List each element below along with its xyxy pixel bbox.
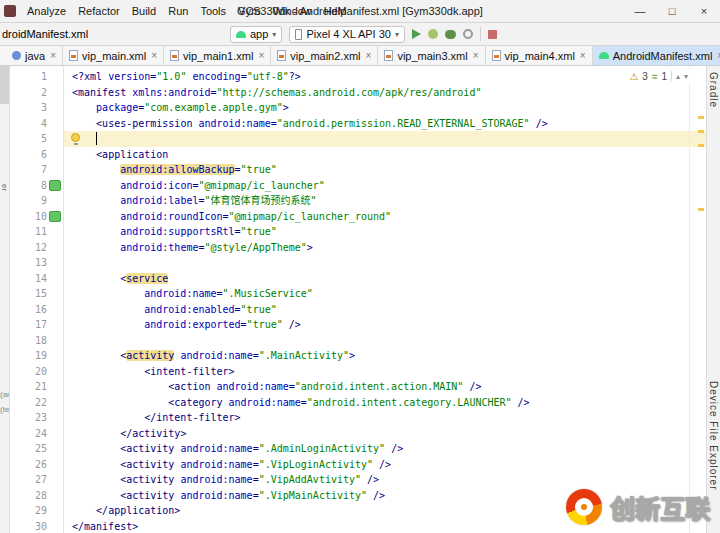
- code-line-14[interactable]: <service: [64, 271, 706, 287]
- code-line-26[interactable]: <activity android:name=".VipLoginActivit…: [64, 457, 706, 473]
- code-line-13[interactable]: [64, 255, 706, 271]
- run-button[interactable]: [412, 29, 421, 39]
- tab-java[interactable]: java×: [10, 46, 63, 65]
- gutter-line-23[interactable]: 23: [10, 410, 63, 426]
- chevron-up-icon[interactable]: ▴: [676, 72, 680, 81]
- gradle-tool-button[interactable]: Gradle: [708, 72, 719, 108]
- code-area[interactable]: <?xml version="1.0" encoding="utf-8"?><m…: [64, 66, 706, 533]
- device-file-explorer-tool-button[interactable]: Device File Explorer: [708, 381, 719, 490]
- intention-bulb-icon[interactable]: [71, 133, 80, 142]
- code-line-16[interactable]: android:enabled="true": [64, 302, 706, 318]
- tab-vip-main3-xml[interactable]: vip_main3.xml×: [378, 46, 485, 65]
- close-tab-icon[interactable]: ×: [366, 50, 372, 61]
- code-line-7[interactable]: android:allowBackup="true": [64, 162, 706, 178]
- code-line-18[interactable]: [64, 333, 706, 349]
- tab-vip-main-xml[interactable]: vip_main.xml×: [63, 46, 164, 65]
- error-stripe-mark[interactable]: [698, 130, 704, 133]
- error-stripe-mark[interactable]: [698, 144, 704, 147]
- code-editor[interactable]: 1234567891011121314151617181920212223242…: [10, 66, 706, 533]
- debug-button[interactable]: [445, 30, 456, 39]
- code-line-23[interactable]: </intent-filter>: [64, 410, 706, 426]
- gutter-line-7[interactable]: 7: [10, 162, 63, 178]
- code-line-17[interactable]: android:exported="true" />: [64, 317, 706, 333]
- gutter-line-28[interactable]: 28: [10, 488, 63, 504]
- gutter-line-13[interactable]: 13: [10, 255, 63, 271]
- tab-vip-main2-xml[interactable]: vip_main2.xml×: [271, 46, 378, 65]
- app-menu-icon[interactable]: [4, 5, 16, 17]
- code-line-19[interactable]: <activity android:name=".MainActivity">: [64, 348, 706, 364]
- gutter-line-10[interactable]: 10: [10, 209, 63, 225]
- code-line-15[interactable]: android:name=".MusicService": [64, 286, 706, 302]
- close-tab-icon[interactable]: ×: [580, 50, 586, 61]
- gutter-line-6[interactable]: 6: [10, 147, 63, 163]
- gutter-line-8[interactable]: 8: [10, 178, 63, 194]
- device-selector[interactable]: Pixel 4 XL API 30 ▾: [289, 26, 405, 43]
- close-tab-icon[interactable]: ×: [151, 50, 157, 61]
- menu-tools[interactable]: Tools: [194, 0, 232, 22]
- code-line-9[interactable]: android:label="体育馆体育场预约系统": [64, 193, 706, 209]
- maximize-button[interactable]: □: [656, 0, 688, 22]
- menu-help[interactable]: Help: [318, 0, 353, 22]
- gutter-line-12[interactable]: 12: [10, 240, 63, 256]
- editor-scrollbar[interactable]: [696, 66, 706, 533]
- close-tab-icon[interactable]: ×: [473, 50, 479, 61]
- close-button[interactable]: ×: [688, 0, 720, 22]
- gutter-line-30[interactable]: 30: [10, 519, 63, 533]
- code-line-3[interactable]: package="com.example.apple.gym">: [64, 100, 706, 116]
- gutter-line-27[interactable]: 27: [10, 472, 63, 488]
- code-line-5[interactable]: [64, 131, 706, 147]
- gutter-line-26[interactable]: 26: [10, 457, 63, 473]
- code-line-2[interactable]: <manifest xmlns:android="http://schemas.…: [64, 85, 706, 101]
- left-tool-stripe[interactable]: er(and(test: [0, 66, 10, 533]
- gutter-line-3[interactable]: 3: [10, 100, 63, 116]
- code-line-25[interactable]: <activity android:name=".AdminLoginActiv…: [64, 441, 706, 457]
- chevron-down-icon[interactable]: ▾: [684, 72, 688, 81]
- gutter-line-11[interactable]: 11: [10, 224, 63, 240]
- inspections-widget[interactable]: ⚠ 3 ≈ 1 ▴ ▾: [625, 69, 692, 83]
- menu-build[interactable]: Build: [126, 0, 162, 22]
- run-config-selector[interactable]: app ▾: [230, 26, 282, 43]
- error-stripe-mark[interactable]: [698, 208, 704, 211]
- menu-run[interactable]: Run: [162, 0, 194, 22]
- code-line-4[interactable]: <uses-permission android:name="android.p…: [64, 116, 706, 132]
- gutter-line-29[interactable]: 29: [10, 503, 63, 519]
- code-line-22[interactable]: <category android:name="android.intent.c…: [64, 395, 706, 411]
- code-line-24[interactable]: </activity>: [64, 426, 706, 442]
- gutter-line-22[interactable]: 22: [10, 395, 63, 411]
- code-line-20[interactable]: <intent-filter>: [64, 364, 706, 380]
- gutter-line-14[interactable]: 14: [10, 271, 63, 287]
- gutter-line-19[interactable]: 19: [10, 348, 63, 364]
- gutter-line-5[interactable]: 5: [10, 131, 63, 147]
- stop-button[interactable]: [488, 30, 497, 39]
- gutter-line-9[interactable]: 9: [10, 193, 63, 209]
- gutter-line-24[interactable]: 24: [10, 426, 63, 442]
- gutter-line-4[interactable]: 4: [10, 116, 63, 132]
- gutter-line-16[interactable]: 16: [10, 302, 63, 318]
- gutter-line-2[interactable]: 2: [10, 85, 63, 101]
- code-line-21[interactable]: <action android:name="android.intent.act…: [64, 379, 706, 395]
- error-stripe-mark[interactable]: [698, 116, 704, 119]
- profiler-button[interactable]: [463, 29, 473, 39]
- gutter-line-21[interactable]: 21: [10, 379, 63, 395]
- menu-window[interactable]: Window: [267, 0, 318, 22]
- close-tab-icon[interactable]: ×: [258, 50, 264, 61]
- code-line-10[interactable]: android:roundIcon="@mipmap/ic_launcher_r…: [64, 209, 706, 225]
- close-tab-icon[interactable]: ×: [50, 50, 56, 61]
- code-line-27[interactable]: <activity android:name=".VipAddAvtivity"…: [64, 472, 706, 488]
- gutter-line-18[interactable]: 18: [10, 333, 63, 349]
- code-line-6[interactable]: <application: [64, 147, 706, 163]
- apply-changes-button[interactable]: [428, 29, 438, 39]
- tab-vip-main4-xml[interactable]: vip_main4.xml×: [486, 46, 593, 65]
- breadcrumb[interactable]: droidManifest.xml: [2, 28, 88, 40]
- menu-analyze[interactable]: Analyze: [21, 0, 72, 22]
- minimize-button[interactable]: —: [624, 0, 656, 22]
- gutter-line-1[interactable]: 1: [10, 69, 63, 85]
- code-line-8[interactable]: android:icon="@mipmap/ic_launcher": [64, 178, 706, 194]
- tab-vip-main1-xml[interactable]: vip_main1.xml×: [164, 46, 271, 65]
- code-line-12[interactable]: android:theme="@style/AppTheme">: [64, 240, 706, 256]
- gutter-line-15[interactable]: 15: [10, 286, 63, 302]
- gutter-line-17[interactable]: 17: [10, 317, 63, 333]
- gutter-line-25[interactable]: 25: [10, 441, 63, 457]
- tab-androidmanifest-xml[interactable]: AndroidManifest.xml×: [593, 46, 720, 65]
- gutter-line-20[interactable]: 20: [10, 364, 63, 380]
